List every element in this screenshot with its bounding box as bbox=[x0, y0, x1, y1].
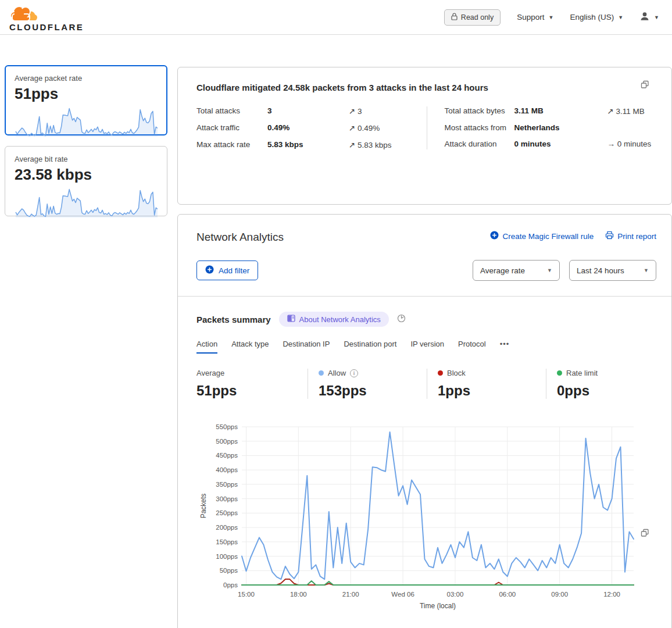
svg-text:03:00: 03:00 bbox=[447, 591, 464, 598]
rate-type-select[interactable]: Average rate ▼ bbox=[473, 260, 560, 281]
packet-rate-sparkline bbox=[15, 103, 159, 139]
chevron-down-icon: ▼ bbox=[548, 15, 553, 20]
metric-label: Average packet rate bbox=[15, 74, 158, 83]
network-analytics-card: Network Analytics Create Magic Firewall … bbox=[177, 214, 672, 628]
svg-text:350pps: 350pps bbox=[216, 481, 238, 488]
legend-dot bbox=[319, 370, 324, 376]
copy-icon[interactable] bbox=[641, 529, 649, 540]
svg-text:250pps: 250pps bbox=[216, 509, 238, 516]
packet-stats-row: Average51ppsAllowi153ppsBlock1ppsRate li… bbox=[196, 369, 656, 399]
svg-text:300pps: 300pps bbox=[216, 495, 238, 502]
dimension-tabs: ActionAttack typeDestination IPDestinati… bbox=[196, 340, 656, 354]
stat-row: Most attacks fromNetherlands bbox=[445, 123, 657, 132]
add-filter-button[interactable]: Add filter bbox=[196, 261, 258, 280]
tab-ip-version[interactable]: IP version bbox=[410, 340, 444, 354]
svg-text:09:00: 09:00 bbox=[551, 591, 568, 598]
summary-stats-right: Total attack bytes3.11 MB↗ 3.11 MBMost a… bbox=[427, 106, 657, 149]
main-column: Cloudflare mitigated 24.58k packets from… bbox=[177, 67, 672, 628]
svg-text:100pps: 100pps bbox=[216, 553, 238, 560]
svg-text:15:00: 15:00 bbox=[238, 591, 255, 598]
svg-text:18:00: 18:00 bbox=[290, 591, 307, 598]
svg-text:0pps: 0pps bbox=[223, 581, 238, 588]
tab-destination-port[interactable]: Destination port bbox=[344, 340, 396, 354]
tab-destination-ip[interactable]: Destination IP bbox=[283, 340, 330, 354]
metric-value: 23.58 kbps bbox=[15, 166, 158, 184]
svg-text:200pps: 200pps bbox=[216, 524, 238, 531]
lock-icon bbox=[451, 13, 457, 22]
user-account-menu[interactable]: ▼ bbox=[639, 11, 659, 23]
svg-text:550pps: 550pps bbox=[216, 423, 238, 430]
svg-text:400pps: 400pps bbox=[216, 466, 238, 473]
network-analytics-title: Network Analytics bbox=[196, 231, 284, 244]
cloudflare-logo[interactable]: CLOUDFLARE bbox=[9, 3, 84, 31]
stat-row: Attack traffic0.49%↗ 0.49% bbox=[196, 123, 409, 133]
chevron-down-icon: ▼ bbox=[618, 15, 623, 20]
svg-text:Wed 06: Wed 06 bbox=[391, 591, 414, 598]
time-range-select[interactable]: Last 24 hours ▼ bbox=[569, 260, 656, 281]
tab-action[interactable]: Action bbox=[196, 340, 217, 354]
svg-text:150pps: 150pps bbox=[216, 538, 238, 545]
stat-row: Total attack bytes3.11 MB↗ 3.11 MB bbox=[445, 106, 657, 116]
packet-stat-block: Block1pps bbox=[427, 369, 546, 399]
attack-summary-title: Cloudflare mitigated 24.58k packets from… bbox=[196, 83, 656, 92]
info-icon[interactable]: i bbox=[350, 369, 358, 377]
cloudflare-cloud-icon bbox=[9, 3, 38, 25]
packet-stat-rate-limit: Rate limit0pps bbox=[546, 369, 656, 399]
language-menu[interactable]: English (US) ▼ bbox=[570, 13, 623, 22]
stat-row: Max attack rate5.83 kbps↗ 5.83 kbps bbox=[196, 140, 409, 149]
metric-label: Average bit rate bbox=[15, 155, 158, 163]
metric-card-packet-rate[interactable]: Average packet rate 51pps bbox=[5, 65, 167, 135]
metric-card-bit-rate[interactable]: Average bit rate 23.58 kbps bbox=[5, 146, 167, 216]
svg-text:450pps: 450pps bbox=[216, 452, 238, 459]
metric-value: 51pps bbox=[15, 85, 158, 103]
legend-dot bbox=[438, 370, 443, 376]
tab-protocol[interactable]: Protocol bbox=[458, 340, 486, 354]
packets-summary-title: Packets summary bbox=[196, 315, 271, 324]
bit-rate-sparkline bbox=[15, 184, 159, 220]
user-icon bbox=[639, 11, 650, 23]
chevron-down-icon: ▼ bbox=[547, 267, 552, 273]
packet-stat-average: Average51pps bbox=[196, 369, 308, 399]
svg-text:Time (local): Time (local) bbox=[420, 602, 456, 610]
read-only-badge: Read only bbox=[444, 9, 501, 26]
plus-circle-icon bbox=[490, 231, 499, 241]
time-pie-icon[interactable] bbox=[397, 314, 406, 325]
summary-stats-left: Total attacks3↗ 3Attack traffic0.49%↗ 0.… bbox=[196, 106, 427, 149]
packets-line-chart: 0pps50pps100pps150pps200pps250pps300pps3… bbox=[196, 419, 644, 614]
svg-text:50pps: 50pps bbox=[220, 567, 238, 574]
svg-text:21:00: 21:00 bbox=[342, 591, 359, 598]
tabs-more-button[interactable]: ••• bbox=[500, 340, 510, 354]
packets-chart: 0pps50pps100pps150pps200pps250pps300pps3… bbox=[196, 419, 656, 616]
top-header: CLOUDFLARE Read only Support ▼ English (… bbox=[0, 0, 672, 35]
stat-row: Total attacks3↗ 3 bbox=[196, 106, 409, 116]
section-divider bbox=[178, 296, 671, 297]
attack-summary-card: Cloudflare mitigated 24.58k packets from… bbox=[177, 67, 672, 205]
packet-stat-allow: Allowi153pps bbox=[308, 369, 427, 399]
legend-dot bbox=[557, 370, 562, 376]
printer-icon bbox=[605, 231, 614, 241]
copy-icon[interactable] bbox=[641, 80, 649, 91]
svg-text:06:00: 06:00 bbox=[499, 591, 516, 598]
chevron-down-icon: ▼ bbox=[644, 267, 649, 273]
svg-text:500pps: 500pps bbox=[216, 438, 238, 445]
chevron-down-icon: ▼ bbox=[654, 15, 659, 20]
create-magic-firewall-rule-link[interactable]: Create Magic Firewall rule bbox=[490, 231, 594, 241]
tab-attack-type[interactable]: Attack type bbox=[231, 340, 269, 354]
plus-circle-icon bbox=[205, 265, 214, 276]
svg-text:Packets: Packets bbox=[199, 494, 208, 519]
print-report-link[interactable]: Print report bbox=[605, 231, 656, 241]
brand-wordmark: CLOUDFLARE bbox=[9, 23, 84, 31]
svg-text:12:00: 12:00 bbox=[603, 591, 620, 598]
metric-sidebar: Average packet rate 51pps Average bit ra… bbox=[5, 65, 167, 216]
support-menu[interactable]: Support ▼ bbox=[517, 13, 553, 22]
about-network-analytics-pill[interactable]: About Network Analytics bbox=[279, 312, 389, 327]
stat-row: Attack duration0 minutes→ 0 minutes bbox=[445, 140, 657, 148]
book-icon bbox=[287, 315, 295, 324]
